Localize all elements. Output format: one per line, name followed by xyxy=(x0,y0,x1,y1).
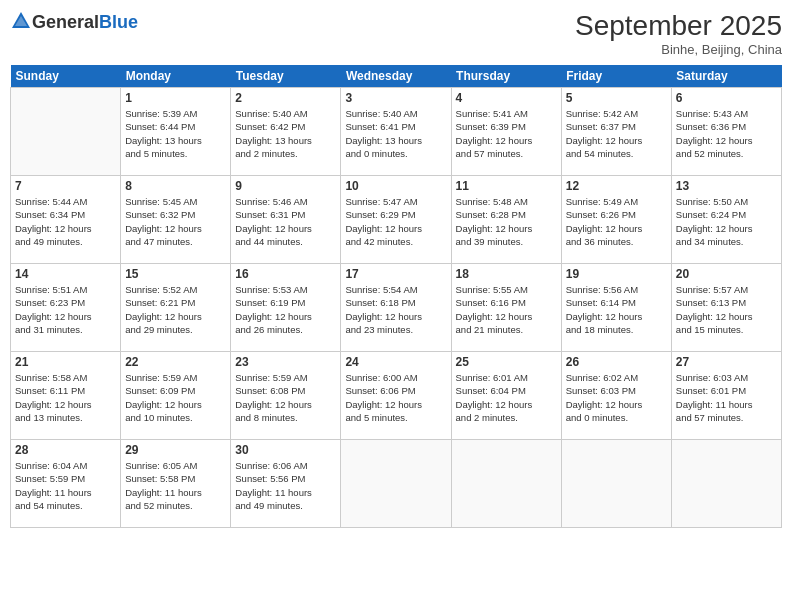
calendar-table: SundayMondayTuesdayWednesdayThursdayFrid… xyxy=(10,65,782,528)
cal-cell: 28Sunrise: 6:04 AM Sunset: 5:59 PM Dayli… xyxy=(11,440,121,528)
calendar-page: GeneralBlue September 2025 Binhe, Beijin… xyxy=(0,0,792,612)
cal-cell: 13Sunrise: 5:50 AM Sunset: 6:24 PM Dayli… xyxy=(671,176,781,264)
cell-info: Sunrise: 5:53 AM Sunset: 6:19 PM Dayligh… xyxy=(235,283,336,336)
cell-info: Sunrise: 6:06 AM Sunset: 5:56 PM Dayligh… xyxy=(235,459,336,512)
day-header-sunday: Sunday xyxy=(11,65,121,88)
day-number: 10 xyxy=(345,179,446,193)
cal-cell: 30Sunrise: 6:06 AM Sunset: 5:56 PM Dayli… xyxy=(231,440,341,528)
cal-cell: 17Sunrise: 5:54 AM Sunset: 6:18 PM Dayli… xyxy=(341,264,451,352)
cal-cell xyxy=(11,88,121,176)
cal-cell xyxy=(341,440,451,528)
cell-info: Sunrise: 5:41 AM Sunset: 6:39 PM Dayligh… xyxy=(456,107,557,160)
cal-cell: 7Sunrise: 5:44 AM Sunset: 6:34 PM Daylig… xyxy=(11,176,121,264)
calendar-subtitle: Binhe, Beijing, China xyxy=(575,42,782,57)
cal-cell: 27Sunrise: 6:03 AM Sunset: 6:01 PM Dayli… xyxy=(671,352,781,440)
cell-info: Sunrise: 5:55 AM Sunset: 6:16 PM Dayligh… xyxy=(456,283,557,336)
cell-info: Sunrise: 5:45 AM Sunset: 6:32 PM Dayligh… xyxy=(125,195,226,248)
day-number: 18 xyxy=(456,267,557,281)
cal-cell: 20Sunrise: 5:57 AM Sunset: 6:13 PM Dayli… xyxy=(671,264,781,352)
day-number: 19 xyxy=(566,267,667,281)
cell-info: Sunrise: 6:00 AM Sunset: 6:06 PM Dayligh… xyxy=(345,371,446,424)
day-number: 14 xyxy=(15,267,116,281)
cal-cell: 5Sunrise: 5:42 AM Sunset: 6:37 PM Daylig… xyxy=(561,88,671,176)
cal-cell: 15Sunrise: 5:52 AM Sunset: 6:21 PM Dayli… xyxy=(121,264,231,352)
logo: GeneralBlue xyxy=(10,10,138,34)
day-header-friday: Friday xyxy=(561,65,671,88)
cal-cell xyxy=(451,440,561,528)
logo-icon xyxy=(10,10,32,32)
cell-info: Sunrise: 5:47 AM Sunset: 6:29 PM Dayligh… xyxy=(345,195,446,248)
cell-info: Sunrise: 5:57 AM Sunset: 6:13 PM Dayligh… xyxy=(676,283,777,336)
cal-cell: 1Sunrise: 5:39 AM Sunset: 6:44 PM Daylig… xyxy=(121,88,231,176)
week-row-3: 14Sunrise: 5:51 AM Sunset: 6:23 PM Dayli… xyxy=(11,264,782,352)
day-number: 3 xyxy=(345,91,446,105)
cal-cell: 18Sunrise: 5:55 AM Sunset: 6:16 PM Dayli… xyxy=(451,264,561,352)
cell-info: Sunrise: 6:03 AM Sunset: 6:01 PM Dayligh… xyxy=(676,371,777,424)
cell-info: Sunrise: 5:59 AM Sunset: 6:08 PM Dayligh… xyxy=(235,371,336,424)
cal-cell: 24Sunrise: 6:00 AM Sunset: 6:06 PM Dayli… xyxy=(341,352,451,440)
cell-info: Sunrise: 5:54 AM Sunset: 6:18 PM Dayligh… xyxy=(345,283,446,336)
cell-info: Sunrise: 5:49 AM Sunset: 6:26 PM Dayligh… xyxy=(566,195,667,248)
day-number: 21 xyxy=(15,355,116,369)
cal-cell: 23Sunrise: 5:59 AM Sunset: 6:08 PM Dayli… xyxy=(231,352,341,440)
day-header-wednesday: Wednesday xyxy=(341,65,451,88)
cell-info: Sunrise: 5:43 AM Sunset: 6:36 PM Dayligh… xyxy=(676,107,777,160)
cal-cell: 25Sunrise: 6:01 AM Sunset: 6:04 PM Dayli… xyxy=(451,352,561,440)
day-number: 22 xyxy=(125,355,226,369)
cal-cell: 8Sunrise: 5:45 AM Sunset: 6:32 PM Daylig… xyxy=(121,176,231,264)
day-number: 7 xyxy=(15,179,116,193)
cell-info: Sunrise: 5:40 AM Sunset: 6:42 PM Dayligh… xyxy=(235,107,336,160)
logo-general: General xyxy=(32,12,99,32)
cell-info: Sunrise: 5:52 AM Sunset: 6:21 PM Dayligh… xyxy=(125,283,226,336)
cal-cell: 6Sunrise: 5:43 AM Sunset: 6:36 PM Daylig… xyxy=(671,88,781,176)
cell-info: Sunrise: 5:39 AM Sunset: 6:44 PM Dayligh… xyxy=(125,107,226,160)
cell-info: Sunrise: 5:40 AM Sunset: 6:41 PM Dayligh… xyxy=(345,107,446,160)
cal-cell: 22Sunrise: 5:59 AM Sunset: 6:09 PM Dayli… xyxy=(121,352,231,440)
day-number: 12 xyxy=(566,179,667,193)
day-header-saturday: Saturday xyxy=(671,65,781,88)
cal-cell: 21Sunrise: 5:58 AM Sunset: 6:11 PM Dayli… xyxy=(11,352,121,440)
day-number: 27 xyxy=(676,355,777,369)
day-number: 1 xyxy=(125,91,226,105)
cal-cell: 29Sunrise: 6:05 AM Sunset: 5:58 PM Dayli… xyxy=(121,440,231,528)
cell-info: Sunrise: 5:44 AM Sunset: 6:34 PM Dayligh… xyxy=(15,195,116,248)
day-number: 2 xyxy=(235,91,336,105)
cal-cell: 12Sunrise: 5:49 AM Sunset: 6:26 PM Dayli… xyxy=(561,176,671,264)
cell-info: Sunrise: 6:02 AM Sunset: 6:03 PM Dayligh… xyxy=(566,371,667,424)
day-header-tuesday: Tuesday xyxy=(231,65,341,88)
cell-info: Sunrise: 6:04 AM Sunset: 5:59 PM Dayligh… xyxy=(15,459,116,512)
cell-info: Sunrise: 5:42 AM Sunset: 6:37 PM Dayligh… xyxy=(566,107,667,160)
cell-info: Sunrise: 6:01 AM Sunset: 6:04 PM Dayligh… xyxy=(456,371,557,424)
day-number: 24 xyxy=(345,355,446,369)
cal-cell xyxy=(561,440,671,528)
day-number: 26 xyxy=(566,355,667,369)
day-number: 9 xyxy=(235,179,336,193)
cal-cell: 26Sunrise: 6:02 AM Sunset: 6:03 PM Dayli… xyxy=(561,352,671,440)
cal-cell: 10Sunrise: 5:47 AM Sunset: 6:29 PM Dayli… xyxy=(341,176,451,264)
day-number: 8 xyxy=(125,179,226,193)
cal-cell: 4Sunrise: 5:41 AM Sunset: 6:39 PM Daylig… xyxy=(451,88,561,176)
cal-cell: 3Sunrise: 5:40 AM Sunset: 6:41 PM Daylig… xyxy=(341,88,451,176)
day-number: 16 xyxy=(235,267,336,281)
week-row-1: 1Sunrise: 5:39 AM Sunset: 6:44 PM Daylig… xyxy=(11,88,782,176)
cal-cell: 2Sunrise: 5:40 AM Sunset: 6:42 PM Daylig… xyxy=(231,88,341,176)
day-number: 23 xyxy=(235,355,336,369)
calendar-title: September 2025 xyxy=(575,10,782,42)
cell-info: Sunrise: 5:56 AM Sunset: 6:14 PM Dayligh… xyxy=(566,283,667,336)
cal-cell: 11Sunrise: 5:48 AM Sunset: 6:28 PM Dayli… xyxy=(451,176,561,264)
day-number: 11 xyxy=(456,179,557,193)
cell-info: Sunrise: 5:50 AM Sunset: 6:24 PM Dayligh… xyxy=(676,195,777,248)
day-number: 20 xyxy=(676,267,777,281)
cell-info: Sunrise: 5:48 AM Sunset: 6:28 PM Dayligh… xyxy=(456,195,557,248)
day-number: 5 xyxy=(566,91,667,105)
day-number: 30 xyxy=(235,443,336,457)
day-number: 17 xyxy=(345,267,446,281)
cal-cell: 9Sunrise: 5:46 AM Sunset: 6:31 PM Daylig… xyxy=(231,176,341,264)
day-number: 15 xyxy=(125,267,226,281)
cal-cell: 16Sunrise: 5:53 AM Sunset: 6:19 PM Dayli… xyxy=(231,264,341,352)
day-number: 6 xyxy=(676,91,777,105)
header: GeneralBlue September 2025 Binhe, Beijin… xyxy=(10,10,782,57)
cal-cell: 19Sunrise: 5:56 AM Sunset: 6:14 PM Dayli… xyxy=(561,264,671,352)
day-number: 28 xyxy=(15,443,116,457)
week-row-2: 7Sunrise: 5:44 AM Sunset: 6:34 PM Daylig… xyxy=(11,176,782,264)
